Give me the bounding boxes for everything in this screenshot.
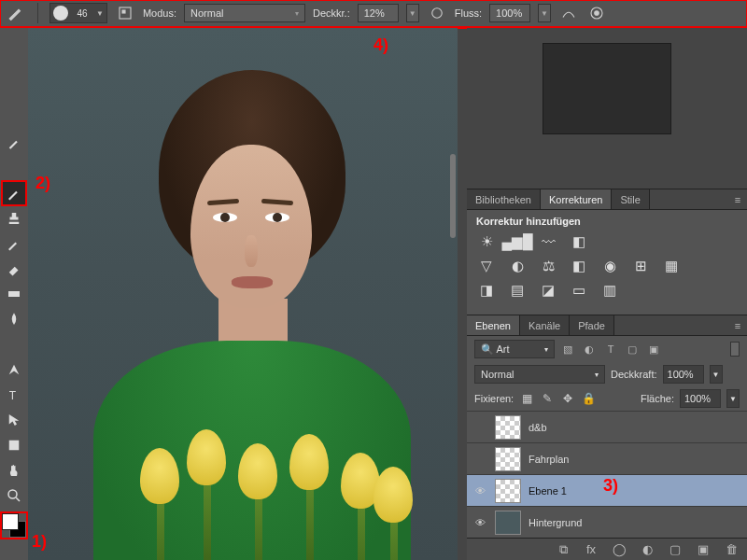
visibility-toggle[interactable] [472, 420, 487, 435]
document-canvas[interactable] [28, 28, 458, 560]
gradient-map-icon[interactable]: ▭ [569, 281, 589, 300]
layer-thumbnail[interactable] [495, 479, 521, 503]
layer-fx-icon[interactable]: fx [583, 541, 599, 558]
annotation-4: 4) [374, 35, 388, 55]
layer-mask-icon[interactable]: ◯ [611, 541, 627, 558]
layer-opacity-scrubber[interactable]: ▼ [710, 365, 723, 384]
layer-opacity-input[interactable]: 100% [663, 365, 704, 384]
tab-channels[interactable]: Kanäle [520, 315, 570, 335]
levels-icon[interactable]: ▄▆█ [507, 232, 528, 251]
selective-color-icon[interactable]: ▥ [599, 281, 620, 300]
visibility-toggle[interactable]: 👁 [472, 515, 487, 530]
blur-tool[interactable] [3, 308, 25, 330]
opacity-input[interactable]: 12% [358, 4, 399, 22]
pen-tool[interactable] [3, 358, 25, 381]
shape-tool[interactable] [3, 434, 25, 456]
lock-transparency-icon[interactable]: ▦ [519, 391, 534, 406]
threshold-icon[interactable]: ◪ [538, 281, 558, 300]
layer-fill-scrubber[interactable]: ▼ [726, 389, 740, 408]
corrections-heading: Korrektur hinzufügen [476, 216, 738, 227]
layer-row[interactable]: 👁 Hintergrund [467, 506, 747, 538]
eraser-tool[interactable] [3, 258, 25, 280]
filter-toggle[interactable] [730, 342, 740, 357]
layer-row[interactable]: Fahrplan [467, 442, 747, 474]
airbrush-icon[interactable] [558, 3, 579, 23]
history-brush-tool[interactable] [3, 232, 25, 255]
lock-all-icon[interactable]: 🔒 [581, 391, 596, 406]
navigator-thumbnail[interactable] [543, 43, 671, 134]
pressure-size-icon[interactable] [586, 3, 607, 23]
blend-mode-select[interactable]: Normal ▾ [184, 4, 305, 22]
adjustment-layer-icon[interactable]: ◐ [639, 541, 655, 558]
channel-mixer-icon[interactable]: ⊞ [630, 257, 651, 275]
layer-name[interactable]: Fahrplan [529, 454, 569, 465]
panel-menu-icon[interactable]: ≡ [728, 189, 747, 209]
dodge-tool[interactable] [3, 333, 25, 356]
lasso-tool[interactable] [3, 56, 25, 78]
stamp-tool[interactable] [3, 207, 25, 230]
panel-menu-icon[interactable]: ≡ [728, 315, 747, 335]
visibility-toggle[interactable] [472, 452, 487, 467]
brightness-contrast-icon[interactable]: ☀ [476, 232, 497, 251]
photo-filter-icon[interactable]: ◉ [599, 257, 620, 275]
healing-brush-tool[interactable] [3, 157, 25, 179]
hue-sat-icon[interactable]: ◐ [507, 257, 528, 275]
lock-position-icon[interactable]: ✥ [560, 391, 575, 406]
layer-blend-select[interactable]: Normal▾ [474, 365, 605, 384]
visibility-toggle[interactable]: 👁 [472, 483, 487, 498]
invert-icon[interactable]: ◨ [476, 281, 497, 300]
layer-thumbnail[interactable] [495, 511, 521, 535]
flow-input[interactable]: 100% [489, 4, 530, 22]
tab-paths[interactable]: Pfade [570, 315, 614, 335]
brush-tool[interactable] [3, 182, 25, 204]
foreground-color[interactable] [2, 513, 19, 530]
layer-thumbnail[interactable] [495, 447, 521, 471]
new-layer-icon[interactable]: ▣ [695, 541, 712, 558]
color-balance-icon[interactable]: ⚖ [538, 257, 558, 275]
eyedropper-tool[interactable] [3, 132, 25, 154]
opacity-scrubber[interactable]: ▼ [406, 4, 419, 22]
tab-styles[interactable]: Stile [612, 189, 649, 209]
layer-fill-input[interactable]: 100% [680, 389, 721, 408]
curves-icon[interactable]: 〰 [538, 232, 558, 251]
path-selection-tool[interactable] [3, 409, 25, 431]
layer-name[interactable]: Hintergrund [529, 517, 582, 528]
canvas-scrollbar[interactable] [450, 154, 456, 238]
brush-tip-icon [53, 6, 68, 21]
tab-corrections[interactable]: Korrekturen [541, 189, 612, 209]
brush-panel-toggle-icon[interactable] [115, 3, 135, 23]
link-layers-icon[interactable]: ⧉ [555, 541, 571, 558]
layer-row[interactable]: d&b [467, 411, 747, 442]
crop-tool[interactable] [3, 106, 25, 129]
magic-wand-tool[interactable] [3, 81, 25, 104]
zoom-tool[interactable] [3, 484, 25, 507]
marquee-tool[interactable] [3, 31, 25, 53]
filter-smart-icon[interactable]: ▣ [645, 341, 662, 357]
flow-scrubber[interactable]: ▼ [538, 4, 551, 22]
layer-kind-select[interactable]: 🔍 Art▾ [474, 340, 555, 358]
group-icon[interactable]: ▢ [667, 541, 684, 558]
lock-pixels-icon[interactable]: ✎ [540, 391, 555, 406]
color-lookup-icon[interactable]: ▦ [661, 257, 682, 275]
filter-adjust-icon[interactable]: ◐ [581, 341, 598, 357]
gradient-tool[interactable] [3, 283, 25, 305]
trash-icon[interactable]: 🗑 [723, 541, 740, 558]
tab-libraries[interactable]: Bibliotheken [467, 189, 541, 209]
hand-tool[interactable] [3, 459, 25, 482]
pressure-opacity-icon[interactable] [427, 3, 447, 23]
filter-shape-icon[interactable]: ▢ [624, 341, 641, 357]
type-tool[interactable]: T [3, 384, 25, 406]
layer-name[interactable]: Ebene 1 [529, 485, 567, 497]
color-swatch[interactable] [2, 513, 26, 538]
tool-preset-icon[interactable] [6, 3, 26, 23]
vibrance-icon[interactable]: ▽ [476, 257, 497, 275]
bw-icon[interactable]: ◧ [569, 257, 589, 275]
exposure-icon[interactable]: ◧ [569, 232, 589, 251]
posterize-icon[interactable]: ▤ [507, 281, 528, 300]
layer-name[interactable]: d&b [529, 422, 547, 433]
layer-thumbnail[interactable] [495, 415, 521, 440]
tab-layers[interactable]: Ebenen [467, 315, 520, 335]
filter-pixel-icon[interactable]: ▧ [559, 341, 576, 357]
filter-type-icon[interactable]: T [602, 341, 619, 357]
brush-preset-picker[interactable]: 46 ▼ [49, 3, 107, 23]
